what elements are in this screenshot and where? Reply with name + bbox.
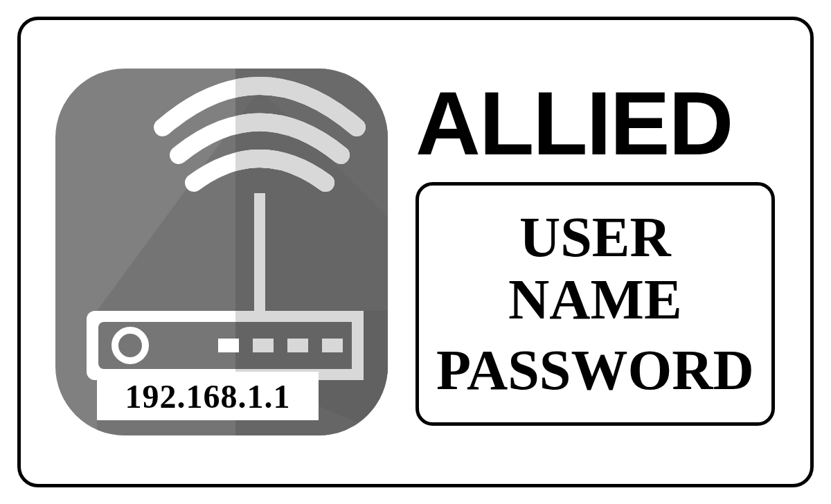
- router-body-icon: [87, 311, 364, 380]
- main-frame: 192.168.1.1 ALLIED USER NAME PASSWORD: [17, 17, 814, 487]
- password-label: PASSWORD: [436, 339, 754, 402]
- ip-address-label: 192.168.1.1: [97, 372, 319, 420]
- svg-rect-7: [254, 193, 265, 318]
- svg-rect-17: [287, 339, 308, 352]
- router-icon-container: 192.168.1.1: [55, 69, 388, 435]
- svg-rect-18: [322, 339, 343, 352]
- text-content: ALLIED USER NAME PASSWORD: [416, 78, 796, 426]
- credentials-box: USER NAME PASSWORD: [416, 182, 775, 426]
- svg-rect-16: [253, 339, 274, 352]
- username-label: USER NAME: [436, 206, 754, 331]
- svg-rect-15: [218, 339, 239, 352]
- brand-title: ALLIED: [416, 78, 775, 168]
